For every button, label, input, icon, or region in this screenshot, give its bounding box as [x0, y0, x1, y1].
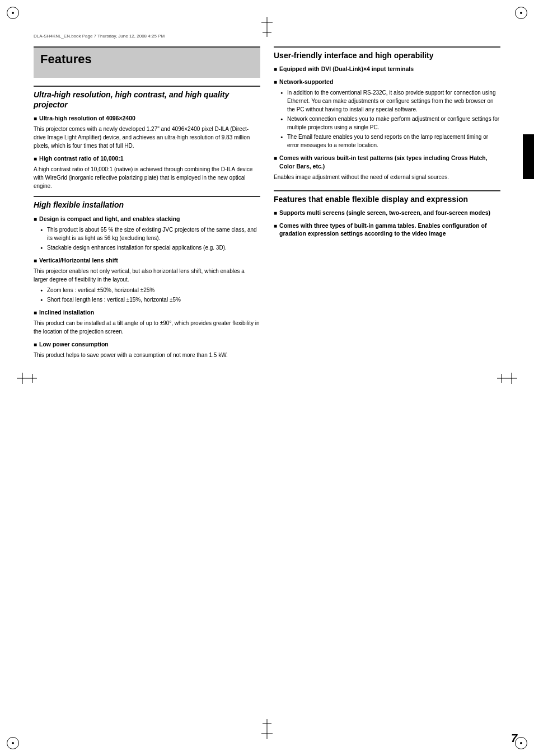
- subsection-label-testpattern: Comes with various built-in test pattern…: [274, 154, 500, 170]
- features-title: Features: [40, 52, 254, 67]
- bullet-compact-1: This product is about 65 % the size of e…: [40, 226, 260, 242]
- subsection-label-gamma: Comes with three types of built-in gamma…: [274, 222, 500, 238]
- page: DLA-SH4KNL_EN.book Page 7 Thursday, June…: [0, 0, 534, 756]
- left-column: Features Ultra-high resolution, high con…: [34, 46, 260, 361]
- content-columns: Features Ultra-high resolution, high con…: [34, 46, 500, 361]
- cross-left: [17, 373, 28, 384]
- reg-circle-tl: [7, 7, 19, 19]
- cross-bottom: [261, 728, 273, 739]
- subsection-label-dvi: Equipped with DVI (Dual-Link)×4 input te…: [274, 65, 500, 73]
- section-tab: [523, 134, 534, 179]
- section-heading-installation: High flexible installation: [34, 196, 260, 210]
- bullet-lens-1: Zoom lens : vertical ±50%, horizontal ±2…: [40, 286, 260, 294]
- cross-top: [261, 17, 273, 28]
- subsection-label-compact: Design is compact and light, and enables…: [34, 215, 260, 223]
- subsection-label-power: Low power consumption: [34, 340, 260, 349]
- bullet-list-lens: Zoom lens : vertical ±50%, horizontal ±2…: [34, 286, 260, 304]
- body-inclined: This product can be installed at a tilt …: [34, 319, 260, 336]
- reg-circle-tr: [515, 7, 527, 19]
- subsection-label-contrast: High contrast ratio of 10,000:1: [34, 154, 260, 163]
- file-info: DLA-SH4KNL_EN.book Page 7 Thursday, June…: [34, 34, 500, 41]
- bullet-compact-2: Stackable design enhances installation f…: [40, 243, 260, 252]
- body-testpattern: Enables image adjustment without the nee…: [274, 173, 500, 181]
- bullet-list-compact: This product is about 65 % the size of e…: [34, 226, 260, 252]
- page-number: 7: [511, 732, 517, 745]
- body-contrast: A high contrast ratio of 10,000:1 (nativ…: [34, 165, 260, 190]
- features-title-box: Features: [34, 46, 260, 78]
- section-heading-resolution: Ultra-high resolution, high contrast, an…: [34, 86, 260, 110]
- subsection-label-resolution: Ultra-high resolution of 4096×2400: [34, 114, 260, 123]
- subsection-label-inclined: Inclined installation: [34, 308, 260, 317]
- bullet-list-network: In addition to the conventional RS-232C,…: [274, 88, 500, 149]
- bullet-network-2: Network connection enables you to make p…: [280, 115, 500, 132]
- bullet-network-3: The Email feature enables you to send re…: [280, 133, 500, 149]
- reg-circle-bl: [7, 737, 19, 749]
- page-content: DLA-SH4KNL_EN.book Page 7 Thursday, June…: [34, 34, 500, 722]
- body-lens: This projector enables not only vertical…: [34, 267, 260, 284]
- body-power: This product helps to save power with a …: [34, 351, 260, 359]
- right-column: User-friendly interface and high operabi…: [274, 46, 500, 361]
- bullet-lens-2: Short focal length lens : vertical ±15%,…: [40, 295, 260, 304]
- subsection-label-multiscreens: Supports multi screens (single screen, t…: [274, 209, 500, 217]
- subsection-label-network: Network-supported: [274, 78, 500, 86]
- cross-right: [506, 373, 517, 384]
- body-resolution: This projector comes with a newly develo…: [34, 125, 260, 150]
- section-heading-flexible: Features that enable flexible display an…: [274, 190, 500, 204]
- bullet-network-1: In addition to the conventional RS-232C,…: [280, 88, 500, 114]
- section-heading-interface: User-friendly interface and high operabi…: [274, 46, 500, 60]
- subsection-label-lens: Vertical/Horizontal lens shift: [34, 256, 260, 265]
